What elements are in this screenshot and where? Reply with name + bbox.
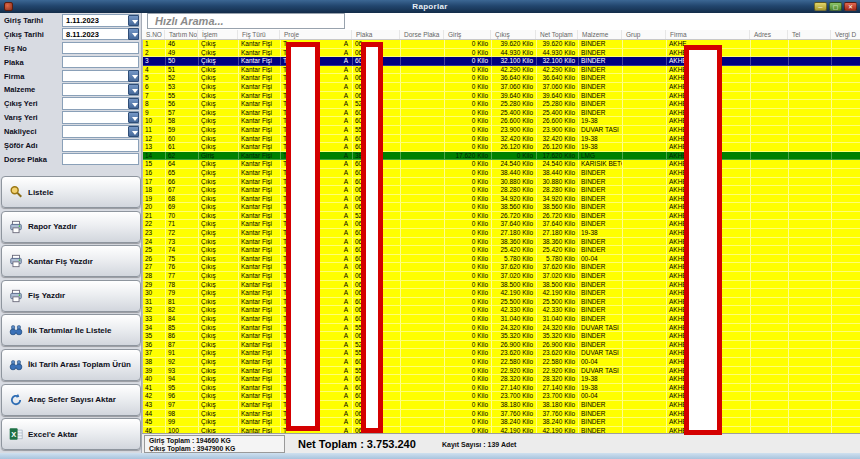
table-row[interactable]: 3791ÇıkışKantar FişiTA550 Kilo23.620 Kil…: [143, 349, 860, 358]
chevron-down-icon[interactable]: [128, 112, 139, 124]
table-row[interactable]: 2776ÇıkışKantar FişiTA060 Kilo37.620 Kil…: [143, 263, 860, 272]
close-button[interactable]: ✕: [844, 2, 857, 11]
table-row[interactable]: 2978ÇıkışKantar FişiTA060 Kilo38.500 Kil…: [143, 281, 860, 290]
cell: [401, 298, 445, 307]
cell: [832, 281, 860, 290]
excele-aktar-button[interactable]: XExcel'e Aktar: [1, 418, 141, 450]
quick-search-input[interactable]: Hızlı Arama...: [147, 13, 345, 29]
table-row[interactable]: 552ÇıkışKantar FişiTA060 Kilo36.640 Kilo…: [143, 74, 860, 83]
table-row[interactable]: 957ÇıkışKantar FişiTA600 Kilo25.400 Kilo…: [143, 109, 860, 118]
plaka-input[interactable]: [62, 56, 139, 69]
chevron-down-icon[interactable]: [128, 15, 139, 27]
table-row[interactable]: 4498ÇıkışKantar FişiTA060 Kilo37.760 Kil…: [143, 410, 860, 419]
table-row[interactable]: 249ÇıkışKantar FişiTA060 Kilo44.930 Kilo…: [143, 49, 860, 58]
table-row[interactable]: 1867ÇıkışKantar FişiTA060 Kilo28.280 Kil…: [143, 186, 860, 195]
cell: [751, 126, 789, 135]
column-header-7[interactable]: Giriş: [444, 30, 491, 39]
table-row[interactable]: 2675ÇıkışKantar FişiTA600 Kilo5.780 Kilo…: [143, 255, 860, 264]
column-header-10[interactable]: Malzeme: [578, 30, 622, 39]
table-row[interactable]: 3384ÇıkışKantar FişiTA600 Kilo31.040 Kil…: [143, 315, 860, 324]
listele-button[interactable]: Listele: [1, 176, 141, 208]
chevron-down-icon[interactable]: [128, 84, 139, 96]
column-header-6[interactable]: Dorse Plaka: [400, 30, 444, 39]
table-row[interactable]: 856ÇıkışKantar FişiTA520 Kilo25.280 Kilo…: [143, 100, 860, 109]
cell: [789, 315, 832, 324]
proje-suffix: A: [344, 358, 348, 366]
table-row[interactable]: 1564ÇıkışKantar FişiTA600 Kilo24.540 Kil…: [143, 160, 860, 169]
cell: Çıkış: [199, 238, 239, 247]
table-row[interactable]: 1058ÇıkışKantar FişiTA600 Kilo26.600 Kil…: [143, 117, 860, 126]
table-row[interactable]: 3485ÇıkışKantar FişiTA550 Kilo24.320 Kil…: [143, 324, 860, 333]
chevron-down-icon[interactable]: [128, 70, 139, 82]
table-row[interactable]: 3993ÇıkışKantar FişiTA550 Kilo22.920 Kil…: [143, 367, 860, 376]
column-header-0[interactable]: S.NO: [142, 30, 165, 39]
table-row[interactable]: 4296ÇıkışKantar FişiTA600 Kilo23.700 Kil…: [143, 392, 860, 401]
table-row[interactable]: 3079ÇıkışKantar FişiTA060 Kilo42.190 Kil…: [143, 289, 860, 298]
table-row[interactable]: 4094ÇıkışKantar FişiTA600 Kilo28.320 Kil…: [143, 375, 860, 384]
proje-suffix: A: [344, 349, 348, 357]
table-row[interactable]: 1159ÇıkışKantar FişiTA550 Kilo23.900 Kil…: [143, 126, 860, 135]
cell: [623, 246, 667, 255]
column-header-1[interactable]: Tartım No: [165, 30, 198, 39]
cell: [832, 418, 860, 427]
sofor-adi-input[interactable]: [62, 139, 139, 152]
table-row[interactable]: 653ÇıkışKantar FişiTA060 Kilo37.060 Kilo…: [143, 83, 860, 92]
column-header-8[interactable]: Çıkış: [491, 30, 536, 39]
table-row[interactable]: 4599ÇıkışKantar FişiTA060 Kilo38.240 Kil…: [143, 418, 860, 427]
table-row[interactable]: 2271ÇıkışKantar FişiTA060 Kilo37.640 Kil…: [143, 220, 860, 229]
table-row[interactable]: 4195ÇıkışKantar FişiTA600 Kilo27.140 Kil…: [143, 384, 860, 393]
column-header-5[interactable]: Plaka: [352, 30, 400, 39]
table-row[interactable]: 1968ÇıkışKantar FişiTA060 Kilo34.920 Kil…: [143, 195, 860, 204]
table-row[interactable]: 755ÇıkışKantar FişiTA060 Kilo39.640 Kilo…: [143, 92, 860, 101]
table-row[interactable]: 3586ÇıkışKantar FişiTA060 Kilo35.320 Kil…: [143, 332, 860, 341]
table-row[interactable]: 4397ÇıkışKantar FişiTA060 Kilo38.180 Kil…: [143, 401, 860, 410]
cell: 19-38: [579, 229, 623, 238]
arac-sefer-sayisi-aktar-button[interactable]: Araç Sefer Sayısı Aktar: [1, 384, 141, 416]
table-row[interactable]: 2877ÇıkışKantar FişiTA060 Kilo37.020 Kil…: [143, 272, 860, 281]
cell: 26.120 Kilo: [492, 143, 537, 152]
column-header-4[interactable]: Proje: [280, 30, 352, 39]
table-row[interactable]: 2372ÇıkışKantar FişiTA600 Kilo27.180 Kil…: [143, 229, 860, 238]
column-header-15[interactable]: Vergi D: [831, 30, 860, 39]
iki-tarih-arasi-toplam-urun-button[interactable]: İki Tarih Arası Toplam Ürün: [1, 349, 141, 381]
maximize-button[interactable]: ▢: [829, 2, 842, 11]
table-row[interactable]: 3181ÇıkışKantar FişiTA600 Kilo25.500 Kil…: [143, 298, 860, 307]
column-header-14[interactable]: Tel: [788, 30, 831, 39]
column-header-12[interactable]: Firma: [666, 30, 750, 39]
chevron-down-icon[interactable]: [128, 28, 139, 40]
table-row-selected[interactable]: 350ÇıkışKantar FişiTA600 Kilo32.100 Kilo…: [143, 57, 860, 66]
fis-yazdir-button[interactable]: Fiş Yazdır: [1, 280, 141, 312]
ilk-tartimlar-ile-listele-button[interactable]: İlk Tartımlar İle Listele: [1, 314, 141, 346]
fis-no-input[interactable]: [62, 42, 139, 55]
table-row[interactable]: 2069ÇıkışKantar FişiTA060 Kilo38.560 Kil…: [143, 203, 860, 212]
records-table[interactable]: 146ÇıkışKantar FişiTA060 Kilo39.620 Kilo…: [142, 40, 860, 433]
column-header-13[interactable]: Adres: [750, 30, 788, 39]
table-row[interactable]: 3687ÇıkışKantar FişiTA520 Kilo26.900 Kil…: [143, 341, 860, 350]
table-row[interactable]: 3892ÇıkışKantar FişiTA600 Kilo22.580 Kil…: [143, 358, 860, 367]
dorse-plaka-input[interactable]: [62, 153, 139, 166]
column-header-9[interactable]: Net Toplam: [536, 30, 578, 39]
table-row[interactable]: 1665ÇıkışKantar FişiTA600 Kilo38.440 Kil…: [143, 169, 860, 178]
column-header-11[interactable]: Grup: [622, 30, 666, 39]
column-header-3[interactable]: Fiş Türü: [238, 30, 280, 39]
rapor-yazdir-button[interactable]: Rapor Yazdır: [1, 211, 141, 243]
cell: [789, 401, 832, 410]
table-row[interactable]: 2473ÇıkışKantar FişiTA060 Kilo38.360 Kil…: [143, 238, 860, 247]
table-row[interactable]: 3282ÇıkışKantar FişiTA060 Kilo42.330 Kil…: [143, 306, 860, 315]
kantar-fis-yazdir-button[interactable]: Kantar Fiş Yazdır: [1, 245, 141, 277]
chevron-down-icon[interactable]: [128, 98, 139, 110]
column-header-2[interactable]: İşlem: [198, 30, 238, 39]
table-row[interactable]: 451ÇıkışKantar FişiTA060 Kilo42.290 Kilo…: [143, 66, 860, 75]
plaka-label: Plaka: [4, 56, 24, 69]
table-row[interactable]: 2170ÇıkışKantar FişiTA520 Kilo26.720 Kil…: [143, 212, 860, 221]
cell: 28.280 Kilo: [492, 186, 537, 195]
chevron-down-icon[interactable]: [128, 126, 139, 138]
table-row[interactable]: 2574ÇıkışKantar FişiTA600 Kilo25.420 Kil…: [143, 246, 860, 255]
table-row[interactable]: 1260ÇıkışKantar FişiTA600 Kilo32.420 Kil…: [143, 135, 860, 144]
table-row-highlighted[interactable]: 1462GirişKantar FişiTA3817.620 Kilo0 Kil…: [143, 152, 860, 161]
table-row[interactable]: 1361ÇıkışKantar FişiTA600 Kilo26.120 Kil…: [143, 143, 860, 152]
table-row[interactable]: 1766ÇıkışKantar FişiTA600 Kilo30.880 Kil…: [143, 178, 860, 187]
table-row[interactable]: 146ÇıkışKantar FişiTA060 Kilo39.620 Kilo…: [143, 40, 860, 49]
minimize-button[interactable]: ─: [814, 2, 827, 11]
cell: [832, 410, 860, 419]
